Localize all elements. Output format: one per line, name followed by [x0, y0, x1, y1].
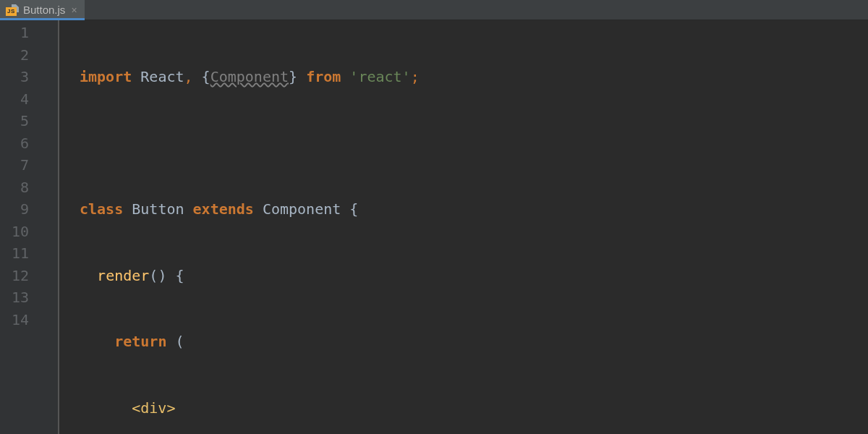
brace: }	[289, 68, 297, 85]
code-line[interactable]: render() {	[80, 265, 868, 287]
line-number: 11	[0, 242, 29, 265]
parens: ()	[149, 267, 166, 284]
code-line[interactable]: import React, {Component} from 'react';	[80, 66, 868, 88]
active-tab-indicator	[0, 18, 85, 20]
close-icon[interactable]: ×	[69, 5, 77, 15]
punct: ,	[184, 68, 193, 85]
gutter-separator	[58, 20, 80, 434]
line-number: 9	[0, 198, 29, 221]
keyword: return	[114, 333, 166, 350]
line-number: 7	[0, 154, 29, 176]
line-number: 10	[0, 221, 29, 243]
line-number: 3	[0, 66, 29, 88]
line-number-gutter[interactable]: 1 2 3 4 5 6 7 8 9 10 11 12 13 14	[0, 20, 36, 434]
keyword: import	[80, 68, 132, 85]
keyword: from	[306, 68, 341, 85]
line-number: 8	[0, 176, 29, 199]
string: 'react'	[349, 68, 410, 85]
tab-filename: Button.js	[23, 4, 65, 16]
identifier: Button	[132, 200, 184, 218]
brace: {	[202, 68, 210, 85]
code-line[interactable]	[80, 132, 868, 155]
line-number: 5	[0, 110, 29, 132]
paren: (	[175, 333, 184, 350]
punct: ;	[411, 68, 420, 85]
line-number: 1	[0, 22, 29, 44]
keyword: extends	[193, 200, 254, 218]
breakpoint-gutter[interactable]	[36, 20, 58, 434]
brace: {	[349, 200, 358, 218]
js-file-icon: JS	[6, 4, 19, 16]
jsx-tag: <div>	[132, 399, 175, 417]
code-line[interactable]: <div>	[80, 397, 868, 420]
method-name: render	[97, 267, 149, 284]
keyword: class	[80, 200, 123, 218]
line-number: 14	[0, 309, 29, 331]
identifier: Component	[263, 200, 341, 218]
line-number: 2	[0, 44, 29, 67]
code-area[interactable]: import React, {Component} from 'react'; …	[80, 20, 868, 434]
tab-bar: JS Button.js ×	[0, 0, 868, 20]
identifier: React	[140, 68, 184, 85]
line-number: 4	[0, 88, 29, 111]
line-number: 12	[0, 265, 29, 287]
file-tab[interactable]: JS Button.js ×	[0, 0, 85, 20]
line-number: 6	[0, 132, 29, 155]
unused-import: Component	[210, 68, 289, 85]
code-line[interactable]: return (	[80, 331, 868, 353]
brace: {	[175, 267, 184, 284]
line-number: 13	[0, 286, 29, 309]
code-line[interactable]: class Button extends Component {	[80, 198, 868, 221]
editor: 1 2 3 4 5 6 7 8 9 10 11 12 13 14 import …	[0, 20, 868, 434]
